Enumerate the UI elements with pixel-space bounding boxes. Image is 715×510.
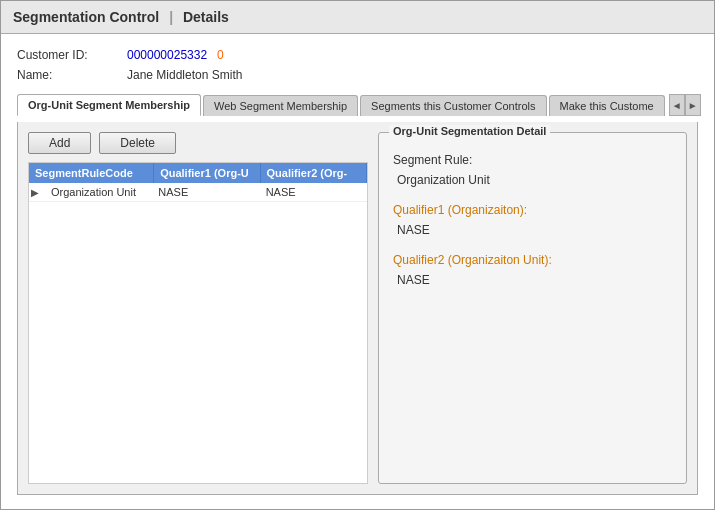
segment-rule-label: Segment Rule: [393,153,672,167]
segment-table: SegmentRuleCode Qualifier1 (Org-U Qualif… [28,162,368,484]
page-header: Segmentation Control | Details [1,1,714,34]
name-value: Jane Middleton Smith [127,68,242,82]
tabs-container: Org-Unit Segment Membership Web Segment … [17,94,698,116]
customer-id-value: 000000025332 [127,48,207,62]
detail-panel: Segment Rule: Organization Unit Qualifie… [387,149,678,295]
tab-segments-control[interactable]: Segments this Customer Controls [360,95,546,116]
customer-id-label: Customer ID: [17,48,127,62]
row-q1: NASE [152,183,259,201]
main-area: Add Delete SegmentRuleCode Qualifier1 (O… [17,122,698,495]
name-row: Name: Jane Middleton Smith [17,68,698,82]
detail-panel-group: Org-Unit Segmentation Detail Segment Rul… [378,132,687,484]
tab-nav-buttons: ◄ ► [669,94,701,116]
qualifier1-label: Qualifier1 (Organizaiton): [393,203,672,217]
qualifier2-label: Qualifier2 (Organizaiton Unit): [393,253,672,267]
row-q2: NASE [260,183,367,201]
tab-prev-button[interactable]: ◄ [669,94,685,116]
col-header-q2: Qualifier2 (Org- [261,163,367,183]
table-header: SegmentRuleCode Qualifier1 (Org-U Qualif… [29,163,367,183]
left-panel: Add Delete SegmentRuleCode Qualifier1 (O… [28,132,368,484]
detail-panel-title: Org-Unit Segmentation Detail [389,125,550,137]
col-header-q1: Qualifier1 (Org-U [154,163,260,183]
tab-org-unit[interactable]: Org-Unit Segment Membership [17,94,201,116]
name-label: Name: [17,68,127,82]
row-arrow-icon: ▶ [29,184,45,201]
app-name: Segmentation Control [13,9,159,25]
customer-id-row: Customer ID: 000000025332 0 [17,48,698,62]
table-row[interactable]: ▶ Organization Unit NASE NASE [29,183,367,202]
add-button[interactable]: Add [28,132,91,154]
customer-id-number: 0 [217,48,224,62]
header-separator: | [169,9,173,25]
qualifier2-value: NASE [397,273,672,287]
segment-rule-value: Organization Unit [397,173,672,187]
page-content: Customer ID: 000000025332 0 Name: Jane M… [1,34,714,509]
qualifier1-value: NASE [397,223,672,237]
btn-row: Add Delete [28,132,368,154]
tab-make-customer[interactable]: Make this Custome [549,95,665,116]
page-title: Details [183,9,229,25]
tab-next-button[interactable]: ► [685,94,701,116]
tab-web-segment[interactable]: Web Segment Membership [203,95,358,116]
row-code: Organization Unit [45,183,152,201]
page-container: Segmentation Control | Details Customer … [0,0,715,510]
col-header-code: SegmentRuleCode [29,163,154,183]
delete-button[interactable]: Delete [99,132,176,154]
right-panel-wrapper: Org-Unit Segmentation Detail Segment Rul… [378,132,687,484]
